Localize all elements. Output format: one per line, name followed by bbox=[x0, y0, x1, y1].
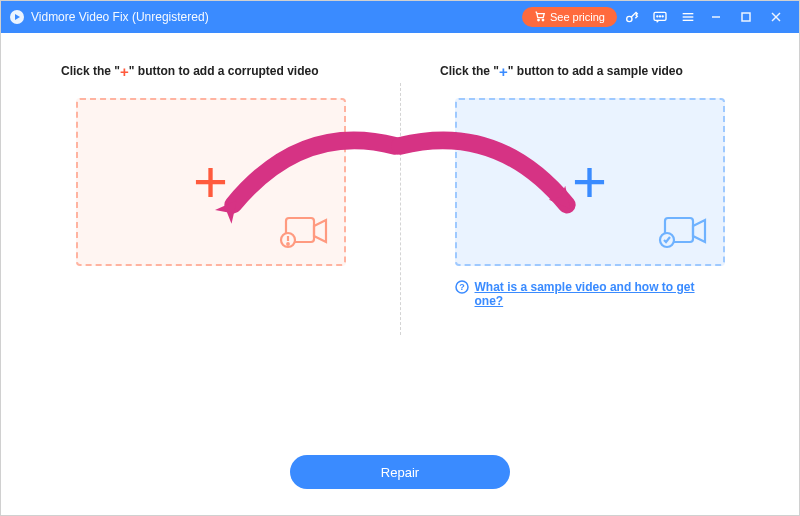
plus-icon: + bbox=[572, 152, 607, 212]
sample-video-panel: Click the "+" button to add a sample vid… bbox=[400, 63, 779, 435]
key-icon-button[interactable] bbox=[619, 5, 645, 29]
panels-container: Click the "+" button to add a corrupted … bbox=[1, 33, 799, 455]
repair-label: Repair bbox=[381, 465, 419, 480]
app-window: Vidmore Video Fix (Unregistered) See pri… bbox=[0, 0, 800, 516]
add-sample-video-dropzone[interactable]: + bbox=[455, 98, 725, 266]
label-text: Click the " bbox=[61, 64, 120, 78]
repair-button[interactable]: Repair bbox=[290, 455, 510, 489]
pricing-label: See pricing bbox=[550, 11, 605, 23]
plus-icon: + bbox=[499, 63, 508, 80]
footer: Repair bbox=[1, 455, 799, 515]
svg-point-19 bbox=[287, 243, 289, 245]
plus-icon: + bbox=[193, 152, 228, 212]
main-content: Click the "+" button to add a corrupted … bbox=[1, 33, 799, 515]
window-title: Vidmore Video Fix (Unregistered) bbox=[31, 10, 209, 24]
label-text: " button to add a corrupted video bbox=[129, 64, 319, 78]
svg-point-8 bbox=[662, 16, 663, 17]
svg-text:?: ? bbox=[459, 282, 465, 292]
corrupted-video-panel: Click the "+" button to add a corrupted … bbox=[21, 63, 400, 435]
svg-point-7 bbox=[659, 16, 660, 17]
svg-point-3 bbox=[542, 19, 544, 21]
see-pricing-button[interactable]: See pricing bbox=[522, 7, 617, 27]
svg-point-4 bbox=[627, 16, 632, 21]
maximize-button[interactable] bbox=[731, 5, 761, 29]
plus-icon: + bbox=[120, 63, 129, 80]
svg-point-6 bbox=[657, 16, 658, 17]
sample-help-row: ? What is a sample video and how to get … bbox=[455, 280, 725, 308]
sample-panel-label: Click the "+" button to add a sample vid… bbox=[430, 63, 683, 80]
help-icon: ? bbox=[455, 280, 469, 297]
corrupted-panel-label: Click the "+" button to add a corrupted … bbox=[51, 63, 319, 80]
svg-point-2 bbox=[538, 19, 540, 21]
corrupted-video-icon bbox=[278, 212, 330, 254]
titlebar: Vidmore Video Fix (Unregistered) See pri… bbox=[1, 1, 799, 33]
menu-icon-button[interactable] bbox=[675, 5, 701, 29]
sample-help-link[interactable]: What is a sample video and how to get on… bbox=[475, 280, 725, 308]
minimize-button[interactable] bbox=[701, 5, 731, 29]
add-corrupted-video-dropzone[interactable]: + bbox=[76, 98, 346, 266]
label-text: Click the " bbox=[440, 64, 499, 78]
vertical-divider bbox=[400, 83, 401, 335]
close-button[interactable] bbox=[761, 5, 791, 29]
label-text: " button to add a sample video bbox=[508, 64, 683, 78]
svg-rect-13 bbox=[742, 13, 750, 21]
sample-video-icon bbox=[657, 212, 709, 254]
cart-icon bbox=[534, 10, 546, 24]
feedback-icon-button[interactable] bbox=[647, 5, 673, 29]
app-logo-icon bbox=[9, 9, 25, 25]
